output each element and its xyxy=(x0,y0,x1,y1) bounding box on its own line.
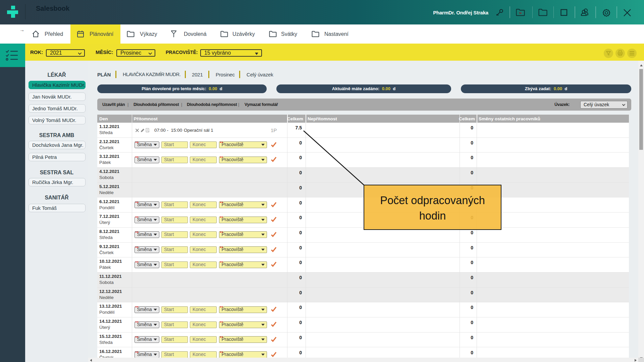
svg-text:N: N xyxy=(519,11,522,15)
